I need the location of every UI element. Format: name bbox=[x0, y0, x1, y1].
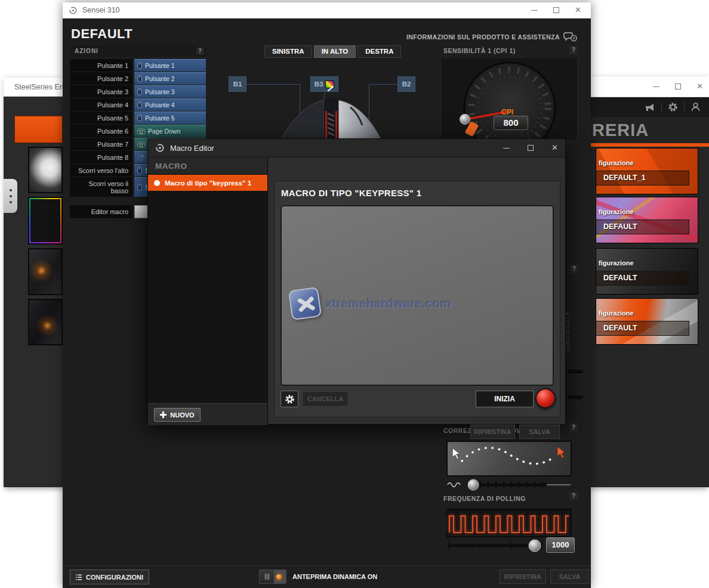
right-window-titlebar[interactable] bbox=[591, 76, 709, 97]
main-titlebar[interactable]: Sensei 310 bbox=[63, 2, 591, 18]
svg-text:?: ? bbox=[572, 36, 575, 41]
action-row: Pulsante 6 Page Down bbox=[70, 125, 206, 137]
config-card[interactable]: figurazione DEFAULT bbox=[596, 248, 698, 295]
desktop: SteelSeries En bbox=[0, 0, 709, 588]
product-info-link[interactable]: INFORMAZIONI SUL PRODOTTO E ASSISTENZA ? bbox=[406, 32, 578, 42]
help-icon[interactable]: ? bbox=[569, 423, 578, 432]
action-row: Pulsante 5 Pulsante 5 bbox=[70, 112, 206, 124]
mouse-icon bbox=[137, 167, 142, 174]
action-label: Pulsante 3 bbox=[70, 85, 132, 98]
cursor-icon bbox=[452, 448, 460, 459]
maximize-icon[interactable] bbox=[553, 7, 559, 13]
polling-waveform bbox=[446, 509, 572, 537]
watermark: xtremehardware.com bbox=[290, 289, 451, 318]
binding-button[interactable]: Pulsante 1 bbox=[134, 59, 206, 72]
movement-correction-slider[interactable] bbox=[446, 478, 573, 492]
device-thumbnail-headset[interactable] bbox=[28, 147, 63, 193]
minimize-icon[interactable] bbox=[503, 148, 510, 148]
macro-editor-dialog: Macro Editor MACRO Macro di tipo "keypre… bbox=[147, 138, 566, 425]
close-icon[interactable] bbox=[696, 83, 703, 89]
config-name-field[interactable]: DEFAULT bbox=[596, 271, 689, 286]
bottom-bar: CONFIGURAZIONI ANTEPRIMA DINAMICA ON RIP… bbox=[63, 565, 591, 588]
macro-record-area[interactable]: xtremehardware.com bbox=[280, 205, 554, 386]
clear-button[interactable]: CANCELLA bbox=[302, 391, 349, 407]
binding-button[interactable]: Pulsante 4 bbox=[134, 98, 206, 111]
device-thumbnail-mouse-1[interactable] bbox=[28, 248, 63, 295]
config-card[interactable]: figurazione DEFAULT bbox=[596, 197, 698, 243]
slider-end-cap bbox=[568, 370, 583, 374]
polling-value[interactable]: 1000 bbox=[546, 537, 575, 553]
sidebar-footer: NUOVO bbox=[148, 403, 267, 425]
start-button[interactable]: INIZIA bbox=[476, 391, 534, 407]
gear-icon[interactable] bbox=[668, 102, 678, 112]
record-button[interactable] bbox=[535, 388, 556, 408]
polling-title: FREQUENZA DI POLLING bbox=[443, 495, 526, 502]
library-heading: RERIA bbox=[591, 117, 709, 143]
new-macro-button[interactable]: NUOVO bbox=[154, 408, 201, 422]
help-icon[interactable]: ? bbox=[570, 265, 578, 273]
tab-in-alto[interactable]: IN ALTO bbox=[314, 45, 356, 58]
mouse-icon bbox=[137, 75, 142, 82]
mouse-icon bbox=[137, 88, 142, 95]
binding-button[interactable]: Page Down bbox=[134, 125, 206, 137]
actions-panel-title: AZIONI bbox=[75, 48, 98, 54]
binding-button[interactable]: Pulsante 3 bbox=[134, 85, 206, 98]
config-card-label: figurazione bbox=[599, 159, 634, 166]
action-label: Pulsante 8 bbox=[70, 151, 132, 163]
dialog-restore-button[interactable]: RIPRISTINA bbox=[470, 425, 515, 439]
macro-settings-button[interactable] bbox=[280, 391, 298, 407]
minimize-icon[interactable] bbox=[531, 10, 538, 11]
left-window-titlebar[interactable]: SteelSeries En bbox=[4, 78, 63, 97]
dialog-title: Macro Editor bbox=[170, 144, 214, 153]
product-info-label: INFORMAZIONI SUL PRODOTTO E ASSISTENZA bbox=[406, 33, 560, 41]
help-icon[interactable]: ? bbox=[569, 492, 578, 500]
config-name-field[interactable]: DEFAULT_1 bbox=[596, 171, 689, 185]
cpi-value[interactable]: 800 bbox=[494, 116, 528, 130]
profile-name: DEFAULT bbox=[71, 26, 132, 42]
macro-list-item-selected[interactable]: Macro di tipo "keypress" 1 bbox=[148, 175, 267, 191]
minimize-icon[interactable] bbox=[653, 86, 659, 87]
steelseries-logo-icon bbox=[69, 6, 78, 15]
maximize-icon[interactable] bbox=[675, 83, 681, 89]
config-card[interactable]: figurazione DEFAULT bbox=[596, 298, 698, 345]
action-label: Pulsante 2 bbox=[70, 72, 132, 85]
view-tabs: SINISTRA IN ALTO DESTRA bbox=[264, 45, 401, 58]
maximize-icon[interactable] bbox=[528, 145, 534, 151]
action-label: Pulsante 5 bbox=[70, 112, 132, 124]
selected-device-tile[interactable] bbox=[14, 116, 63, 143]
macro-editor-panel: MACRO DI TIPO "KEYPRESS" 1 xtremehardwar… bbox=[274, 181, 560, 417]
dialog-save-button[interactable]: SALVA bbox=[519, 425, 560, 439]
badge-b3[interactable]: B3 bbox=[310, 76, 338, 92]
config-name-field[interactable]: DEFAULT bbox=[596, 321, 689, 336]
config-card[interactable]: figurazione DEFAULT_1 bbox=[596, 148, 698, 194]
tab-sinistra[interactable]: SINISTRA bbox=[264, 45, 312, 58]
close-icon[interactable] bbox=[551, 145, 558, 151]
drawer-handle[interactable] bbox=[4, 179, 17, 213]
polling-slider[interactable] bbox=[446, 539, 548, 553]
megaphone-icon[interactable] bbox=[645, 103, 655, 112]
tab-destra[interactable]: DESTRA bbox=[357, 45, 401, 58]
help-icon[interactable]: ? bbox=[569, 46, 578, 54]
user-icon[interactable] bbox=[690, 102, 701, 112]
badge-b1[interactable]: B1 bbox=[229, 76, 246, 92]
binding-button[interactable]: Pulsante 5 bbox=[134, 112, 206, 124]
macro-sidebar-title: MACRO bbox=[148, 157, 267, 175]
close-icon[interactable] bbox=[575, 7, 581, 13]
configurations-button[interactable]: CONFIGURAZIONI bbox=[70, 570, 149, 584]
dialog-titlebar[interactable]: Macro Editor bbox=[148, 139, 565, 157]
save-button[interactable]: SALVA bbox=[550, 570, 589, 584]
device-thumbnail-mouse-2[interactable] bbox=[28, 299, 63, 345]
badge-b2[interactable]: B2 bbox=[397, 76, 415, 92]
device-thumbnail-mousepad[interactable] bbox=[28, 197, 63, 245]
dynamic-preview-toggle[interactable] bbox=[259, 570, 286, 584]
binding-button[interactable]: Pulsante 2 bbox=[134, 72, 206, 85]
help-icon[interactable]: ? bbox=[196, 47, 204, 55]
movement-correction-preview bbox=[446, 441, 572, 476]
action-label: Pulsante 6 bbox=[70, 125, 132, 137]
action-label: Pulsante 1 bbox=[70, 59, 132, 72]
config-name-field[interactable]: DEFAULT bbox=[596, 219, 689, 234]
steelseries-logo-icon bbox=[155, 143, 165, 153]
color-picker-icon bbox=[325, 81, 334, 88]
restore-button[interactable]: RIPRISTINA bbox=[500, 570, 546, 584]
configurations-label: CONFIGURAZIONI bbox=[86, 574, 143, 581]
